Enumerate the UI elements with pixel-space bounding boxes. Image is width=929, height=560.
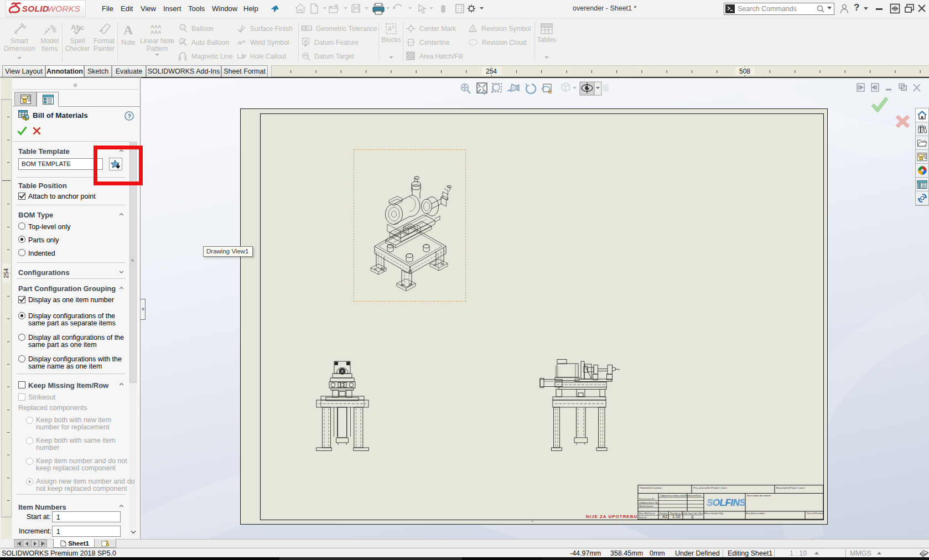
svg-text:0.1: 0.1 <box>307 27 312 30</box>
svg-text:Odgovorna osoba-crtao/San:: Odgovorna osoba-crtao/San: <box>660 494 690 497</box>
svg-text:Od. lista:*od. Oth.n:: Od. lista:*od. Oth.n: <box>684 512 704 515</box>
svg-text:?: ? <box>26 115 28 119</box>
svg-text:Poduzetnik/Customer:: Poduzetnik/Customer: <box>640 486 662 489</box>
svg-text:Broj dijela-number:: Broj dijela-number: <box>746 512 765 515</box>
svg-text:A: A <box>123 23 133 37</box>
svg-text:?: ? <box>128 113 132 120</box>
svg-text:Poz.list/Poz.broj:: Poz.list/Poz.broj: <box>807 512 824 515</box>
svg-text:A1: A1 <box>304 53 308 56</box>
svg-text:NIJE ZA UPOTREBU: NIJE ZA UPOTREBU <box>586 514 637 519</box>
svg-text:Broj projekta/Project i naziv:: Broj projekta/Project i naziv: <box>776 486 805 489</box>
svg-text:A2: A2 <box>662 514 667 519</box>
svg-text:Konstruirao-Kn.:: Konstruirao-Kn.: <box>639 497 656 500</box>
svg-text:broj-ref:: broj-ref: <box>639 516 647 518</box>
svg-text:254: 254 <box>3 268 9 278</box>
svg-text:A: A <box>388 26 392 32</box>
svg-text:SOLID: SOLID <box>22 4 49 13</box>
svg-text:Masa-/weight (Kg):: Masa-/weight (Kg): <box>704 512 724 515</box>
svg-text:Odobrila-Kontr. Bj:: Odobrila-Kontr. Bj: <box>639 501 658 504</box>
svg-text:Datum/Date:: Datum/Date: <box>689 494 702 497</box>
svg-text:SOLFINS: SOLFINS <box>707 497 746 508</box>
svg-text:254: 254 <box>486 68 497 75</box>
svg-text:A: A <box>304 39 308 44</box>
svg-text:Abc: Abc <box>71 23 85 32</box>
svg-text:Broj. Md lista-d:: Broj. Md lista-d: <box>639 512 655 515</box>
svg-text:S: S <box>691 515 694 519</box>
svg-text:1: 1 <box>181 25 184 29</box>
svg-text:1:10: 1:10 <box>672 514 681 519</box>
svg-text:WORKS: WORKS <box>47 4 80 13</box>
svg-text:AAA: AAA <box>150 29 162 35</box>
svg-text:B: B <box>548 89 552 95</box>
svg-text:Naziv dijela-description:: Naziv dijela-description: <box>747 494 771 497</box>
svg-text:Mjerilo-komm.:: Mjerilo-komm.: <box>639 505 654 507</box>
svg-text:AAA: AAA <box>150 24 162 29</box>
svg-text:1: 1 <box>472 27 475 32</box>
svg-text:Proj.-proizvod br./Product i n: Proj.-proizvod br./Product i naziv: <box>693 486 727 489</box>
svg-text:508: 508 <box>739 68 750 75</box>
